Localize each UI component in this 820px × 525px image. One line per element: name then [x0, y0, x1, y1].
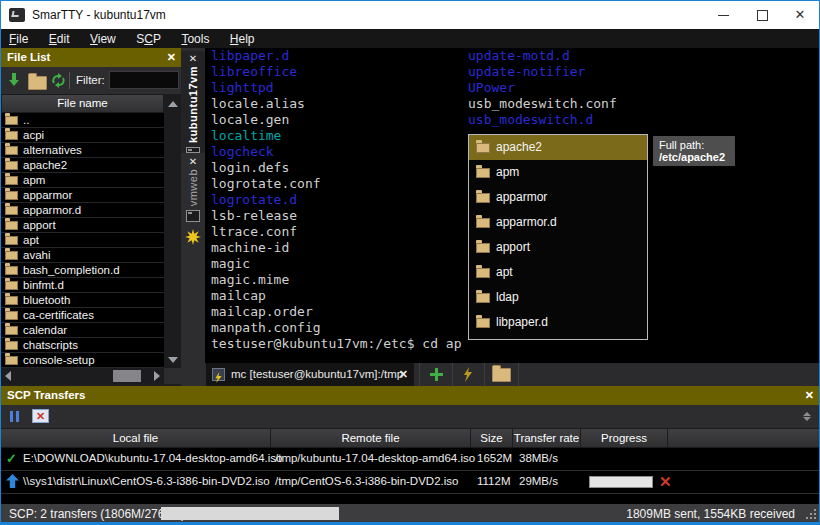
tooltip-path: /etc/apache2	[659, 151, 729, 163]
maximize-button[interactable]	[745, 1, 779, 29]
session-tab-close-icon[interactable]: ✕	[189, 53, 197, 64]
quick-command-button[interactable]	[452, 363, 485, 386]
tooltip-label: Full path:	[659, 139, 729, 151]
autocomplete-item[interactable]: ldap	[469, 285, 647, 310]
autocomplete-item[interactable]: apparmor	[469, 185, 647, 210]
file-list-item[interactable]: apparmor.d	[1, 203, 164, 218]
transfer-size: 1652M	[477, 452, 512, 464]
session-tab-close-icon[interactable]: ✕	[189, 156, 197, 167]
terminal-left-column: libpaper.d libreoffice lighttpd locale.a…	[211, 48, 321, 336]
file-list-item[interactable]: acpi	[1, 128, 164, 143]
file-name-label: ca-certificates	[23, 308, 94, 322]
file-list-item[interactable]: apache2	[1, 158, 164, 173]
autocomplete-item[interactable]: apparmor.d	[469, 210, 647, 235]
scroll-right-icon[interactable]	[154, 371, 160, 381]
autocomplete-item[interactable]: apport	[469, 235, 647, 260]
folder-icon	[5, 191, 18, 200]
file-list-item[interactable]: calendar	[1, 323, 164, 338]
file-name-label: bluetooth	[23, 293, 70, 307]
scp-panel-close-icon[interactable]: ✕	[805, 386, 814, 405]
terminal-line: machine-id	[211, 240, 321, 256]
folder-icon	[476, 143, 490, 153]
file-name-column-header[interactable]: File name	[1, 94, 164, 113]
column-transfer-rate[interactable]: Transfer rate	[513, 429, 581, 447]
resize-grip[interactable]	[806, 509, 816, 519]
download-arrow-icon[interactable]	[8, 73, 20, 87]
cancel-transfer-icon[interactable]: ✕	[659, 473, 672, 491]
autocomplete-item-label: apparmor	[496, 190, 547, 204]
column-progress[interactable]: Progress	[581, 429, 668, 447]
traffic-status-text: 1809MB sent, 1554KB received	[626, 507, 795, 521]
new-session-star-icon[interactable]	[185, 229, 201, 245]
file-list-item[interactable]: console-setup	[1, 353, 164, 368]
terminal-tab[interactable]: mc [testuser@kubuntu17vm]:/tmp ✕	[206, 363, 414, 386]
menu-item[interactable]: View	[82, 30, 124, 46]
file-list-item[interactable]: ..	[1, 113, 164, 128]
file-list-item[interactable]: alternatives	[1, 143, 164, 158]
file-list-close-icon[interactable]: ✕	[167, 48, 176, 67]
refresh-icon[interactable]	[51, 73, 66, 88]
transfer-progress-bar	[589, 476, 653, 488]
folder-icon	[5, 236, 18, 245]
folder-icon	[5, 341, 18, 350]
menu-item[interactable]: File	[1, 30, 36, 46]
session-tab-label: kubuntu17vm	[187, 66, 199, 143]
terminal-line: libpaper.d	[211, 48, 321, 64]
autocomplete-item[interactable]: apt	[469, 260, 647, 285]
file-list-item[interactable]: ca-certificates	[1, 308, 164, 323]
autocomplete-item[interactable]: apm	[469, 160, 647, 185]
file-list-item[interactable]: binfmt.d	[1, 278, 164, 293]
file-list-item[interactable]: apm	[1, 173, 164, 188]
session-tab-vmweb[interactable]: ✕ vmweb	[181, 154, 205, 224]
scrollbar-thumb[interactable]	[113, 370, 141, 382]
open-folder-icon[interactable]	[28, 76, 47, 90]
splitter-icon[interactable]	[802, 412, 811, 421]
folder-icon	[5, 176, 18, 185]
new-tab-button[interactable]	[419, 363, 453, 386]
transfer-row[interactable]: ✓ E:\DOWNLOAD\kubuntu-17.04-desktop-amd6…	[1, 448, 819, 471]
open-directory-button[interactable]	[485, 363, 519, 386]
scp-panel-header: SCP Transfers ✕	[1, 386, 819, 405]
session-tab-kubuntu17vm[interactable]: ✕ kubuntu17vm	[181, 51, 205, 153]
scroll-down-icon[interactable]	[168, 357, 178, 363]
menu-item[interactable]: Edit	[41, 30, 78, 46]
menu-item[interactable]: SCP	[128, 30, 169, 46]
file-list-item[interactable]: apt	[1, 233, 164, 248]
menu-item[interactable]: Help	[222, 30, 263, 46]
file-name-label: apache2	[23, 158, 67, 172]
cancel-all-icon[interactable]: ✕	[32, 409, 49, 423]
tab-close-icon[interactable]: ✕	[399, 368, 408, 381]
status-bar: SCP: 2 transfers (1806M/2764M) 1809MB se…	[1, 504, 819, 524]
scroll-left-icon[interactable]	[5, 371, 11, 381]
file-list: .. acpi alternatives apache2	[1, 113, 164, 368]
scroll-up-icon[interactable]	[168, 101, 178, 107]
minimize-button[interactable]	[707, 1, 741, 29]
file-list-item[interactable]: bluetooth	[1, 293, 164, 308]
folder-icon	[5, 146, 18, 155]
file-list-item[interactable]: chatscripts	[1, 338, 164, 353]
file-name-label: avahi	[23, 248, 51, 262]
menu-item[interactable]: Tools	[173, 30, 217, 46]
transfer-row[interactable]: \\sys1\distr\Linux\CentOS-6.3-i386-bin-D…	[1, 471, 819, 494]
lightning-icon	[462, 367, 474, 382]
folder-icon	[5, 251, 18, 260]
vertical-scrollbar[interactable]	[164, 94, 181, 368]
pause-icon[interactable]	[10, 411, 20, 422]
file-list-item[interactable]: avahi	[1, 248, 164, 263]
scp-status-text: SCP: 2 transfers (1806M/2764M)	[9, 507, 185, 521]
file-list-item[interactable]: apport	[1, 218, 164, 233]
column-size[interactable]: Size	[471, 429, 513, 447]
session-tab-strip: ✕ kubuntu17vm ✕ vmweb	[181, 48, 205, 386]
file-list-item[interactable]: bash_completion.d	[1, 263, 164, 278]
autocomplete-item[interactable]: libpaper.d	[469, 310, 647, 335]
autocomplete-item[interactable]: apache2	[469, 135, 647, 160]
filter-input[interactable]	[109, 71, 179, 89]
autocomplete-item-label: ldap	[496, 290, 519, 304]
column-local-file[interactable]: Local file	[1, 429, 271, 447]
close-button[interactable]: ✕	[783, 1, 817, 29]
terminal-line: manpath.config	[211, 320, 321, 336]
file-list-item[interactable]: apparmor	[1, 188, 164, 203]
transfer-size: 1112M	[477, 475, 510, 487]
horizontal-scrollbar[interactable]	[1, 368, 164, 384]
column-remote-file[interactable]: Remote file	[271, 429, 471, 447]
